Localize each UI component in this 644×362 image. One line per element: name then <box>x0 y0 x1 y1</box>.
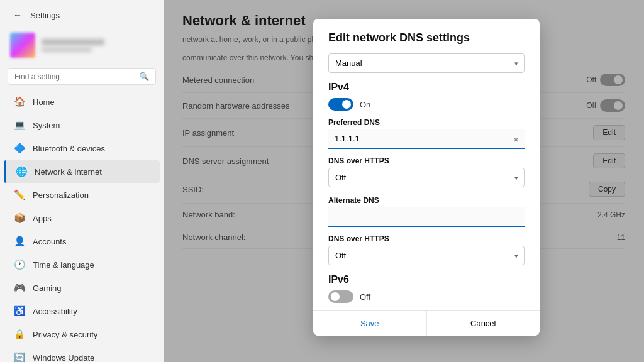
sidebar-item-bluetooth[interactable]: 🔷 Bluetooth & devices <box>4 137 160 160</box>
sidebar: ← Settings 🔍 🏠 Home 💻 System 🔷 Bluetooth… <box>0 0 164 362</box>
user-block <box>0 28 164 65</box>
user-text <box>42 39 104 52</box>
sidebar-item-accounts[interactable]: 👤 Accounts <box>4 230 160 253</box>
cancel-button[interactable]: Cancel <box>427 311 540 336</box>
privacy-icon: 🔒 <box>14 329 25 340</box>
dns-https-label: DNS over HTTPS <box>328 156 525 165</box>
ipv4-section-title: IPv4 <box>328 82 525 93</box>
windows-update-icon: 🔄 <box>14 352 25 362</box>
avatar <box>10 33 35 58</box>
mode-dropdown[interactable]: Manual Automatic (DHCP) <box>328 53 525 73</box>
save-button[interactable]: Save <box>313 311 427 336</box>
sidebar-item-label: Accessibility <box>33 307 77 316</box>
dialog-title: Edit network DNS settings <box>328 31 525 45</box>
dns-dialog: Edit network DNS settings Manual Automat… <box>313 19 540 336</box>
ipv6-toggle[interactable] <box>328 290 353 303</box>
alt-dns-https-dropdown[interactable]: Off On (automatic template) On (manual t… <box>328 246 525 265</box>
preferred-dns-label: Preferred DNS <box>328 118 525 127</box>
back-button[interactable]: ← <box>10 8 25 23</box>
sidebar-item-label: Bluetooth & devices <box>33 144 105 153</box>
preferred-dns-input[interactable] <box>328 129 525 149</box>
ipv6-toggle-thumb <box>331 292 340 301</box>
app-title: Settings <box>30 11 60 20</box>
search-box[interactable]: 🔍 <box>8 68 156 85</box>
sidebar-item-label: Windows Update <box>33 353 94 363</box>
alternate-dns-wrap <box>328 207 525 227</box>
user-email-blur <box>42 47 92 52</box>
sidebar-item-accessibility[interactable]: ♿ Accessibility <box>4 300 160 322</box>
alt-dns-https-dropdown-wrap[interactable]: Off On (automatic template) On (manual t… <box>328 246 525 265</box>
preferred-dns-wrap: ✕ <box>328 129 525 149</box>
ipv6-section-title: IPv6 <box>328 274 525 285</box>
ipv4-toggle-label: On <box>360 100 370 109</box>
network-icon: 🌐 <box>16 166 27 177</box>
mode-dropdown-wrap[interactable]: Manual Automatic (DHCP) ▾ <box>328 53 525 73</box>
search-icon: 🔍 <box>139 72 149 81</box>
apps-icon: 📦 <box>14 212 25 224</box>
bluetooth-icon: 🔷 <box>14 143 25 154</box>
sidebar-item-label: Network & internet <box>35 167 102 177</box>
alt-dns-https-label: DNS over HTTPS <box>328 234 525 243</box>
personalization-icon: ✏️ <box>14 189 25 200</box>
sidebar-item-system[interactable]: 💻 System <box>4 114 160 136</box>
gaming-icon: 🎮 <box>14 282 25 293</box>
ipv6-toggle-label: Off <box>360 292 370 302</box>
sidebar-item-windows-update[interactable]: 🔄 Windows Update <box>4 346 160 362</box>
sidebar-item-network[interactable]: 🌐 Network & internet <box>4 160 160 183</box>
dialog-footer: Save Cancel <box>313 310 540 336</box>
sidebar-item-label: Privacy & security <box>33 330 97 339</box>
search-input[interactable] <box>14 72 139 81</box>
nav-items: 🏠 Home 💻 System 🔷 Bluetooth & devices 🌐 … <box>0 90 164 362</box>
sidebar-item-apps[interactable]: 📦 Apps <box>4 207 160 229</box>
dns-https-dropdown[interactable]: Off On (automatic template) On (manual t… <box>328 168 525 187</box>
dialog-body: Edit network DNS settings Manual Automat… <box>313 19 540 303</box>
sidebar-item-label: System <box>33 121 60 130</box>
system-icon: 💻 <box>14 119 25 131</box>
sidebar-item-label: Home <box>33 97 55 107</box>
time-icon: 🕐 <box>14 259 25 270</box>
sidebar-item-label: Accounts <box>33 237 66 246</box>
dns-https-dropdown-wrap[interactable]: Off On (automatic template) On (manual t… <box>328 168 525 187</box>
sidebar-item-label: Apps <box>33 214 52 223</box>
ipv4-toggle[interactable] <box>328 98 353 111</box>
home-icon: 🏠 <box>14 96 25 107</box>
accounts-icon: 👤 <box>14 236 25 247</box>
clear-icon[interactable]: ✕ <box>513 134 519 144</box>
alternate-dns-label: Alternate DNS <box>328 196 525 205</box>
user-name-blur <box>42 39 104 45</box>
ipv4-toggle-row: On <box>328 98 525 111</box>
sidebar-item-label: Gaming <box>33 283 62 293</box>
alternate-dns-input[interactable] <box>328 207 525 227</box>
ipv4-toggle-thumb <box>342 100 351 109</box>
sidebar-item-label: Time & language <box>33 260 94 270</box>
sidebar-item-time[interactable]: 🕐 Time & language <box>4 253 160 276</box>
accessibility-icon: ♿ <box>14 305 25 317</box>
main-content: Network & internet network at home, work… <box>164 0 644 362</box>
sidebar-item-gaming[interactable]: 🎮 Gaming <box>4 277 160 299</box>
sidebar-item-label: Personalization <box>33 190 89 200</box>
sidebar-item-home[interactable]: 🏠 Home <box>4 90 160 113</box>
sidebar-item-privacy[interactable]: 🔒 Privacy & security <box>4 323 160 346</box>
sidebar-item-personalization[interactable]: ✏️ Personalization <box>4 184 160 206</box>
ipv6-toggle-row: Off <box>328 290 525 303</box>
